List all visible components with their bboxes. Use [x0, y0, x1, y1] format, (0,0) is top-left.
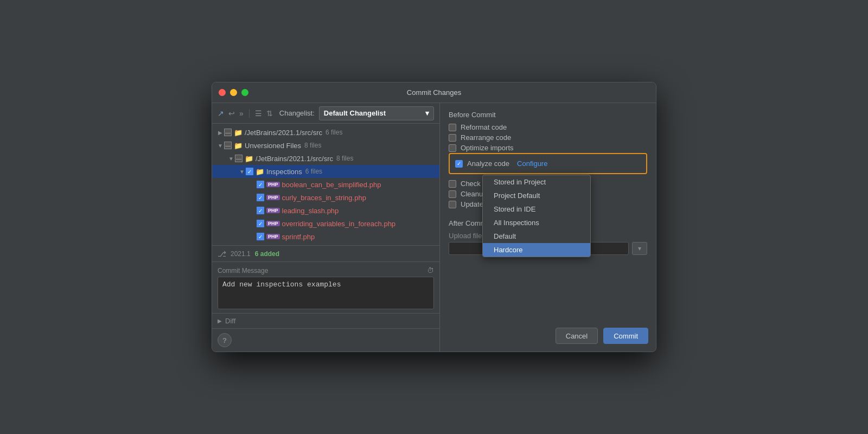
- folder-icon: 📁: [234, 142, 242, 150]
- status-bar: ⎇ 2021.1 6 added: [212, 245, 439, 261]
- reformat-checkbox[interactable]: [449, 124, 456, 131]
- left-panel: ↗ ↩ » ☰ ⇅ Changelist: Default Changelist…: [212, 103, 440, 352]
- window-controls: [219, 89, 248, 96]
- separator: [249, 109, 250, 118]
- help-button[interactable]: ?: [218, 333, 232, 347]
- before-commit-title: Before Commit: [449, 111, 647, 119]
- tree-checkbox-file5[interactable]: ✓: [257, 233, 264, 240]
- commit-message-header: Commit Message ⏱: [218, 266, 434, 275]
- tree-checkbox-file4[interactable]: ✓: [257, 220, 264, 227]
- folder-icon: 📁: [234, 129, 242, 137]
- dropdown-item-default[interactable]: Default: [483, 229, 590, 243]
- tree-item-label: Inspections: [266, 168, 302, 176]
- tree-item-file4[interactable]: ✓ PHP overriding_variables_in_foreach.ph…: [212, 217, 439, 230]
- php-badge: PHP: [266, 195, 280, 200]
- right-panel: Before Commit Reformat code Rearrange co…: [440, 103, 656, 352]
- tree-checkbox-file1[interactable]: ✓: [257, 181, 264, 188]
- diff-label: Diff: [225, 317, 235, 325]
- history-icon[interactable]: ⏱: [427, 266, 434, 275]
- option-optimize: Optimize imports: [449, 143, 647, 153]
- option-rearrange: Rearrange code: [449, 132, 647, 143]
- php-badge: PHP: [266, 208, 280, 213]
- tree-item-file5[interactable]: ✓ PHP sprintf.php: [212, 230, 439, 243]
- tree-checkbox-file3[interactable]: ✓: [257, 207, 264, 214]
- minimize-button[interactable]: [230, 89, 237, 96]
- tree-item-file2[interactable]: ✓ PHP curly_braces_in_string.php: [212, 191, 439, 204]
- check-todo-checkbox[interactable]: [449, 180, 456, 188]
- right-bottom-buttons: Cancel Commit: [548, 320, 656, 352]
- php-badge: PHP: [266, 182, 280, 187]
- diff-arrow-icon: ▶: [218, 318, 222, 324]
- tree-checkbox-file2[interactable]: ✓: [257, 194, 264, 201]
- cancel-button[interactable]: Cancel: [556, 328, 598, 344]
- diff-section[interactable]: ▶ Diff: [212, 313, 439, 328]
- option-analyze: ✓ Analyze code Configure: [455, 158, 641, 169]
- file-count: 8 files: [336, 155, 353, 162]
- analyze-dropdown-menu[interactable]: Stored in Project Project Default Stored…: [482, 175, 591, 257]
- sort-icon[interactable]: ☰: [255, 109, 262, 118]
- tree-checkbox-jetbrains-src[interactable]: —: [224, 129, 232, 136]
- upload-options-button[interactable]: ▾: [632, 242, 647, 255]
- commit-message-label: Commit Message: [218, 267, 268, 275]
- file-count: 6 files: [326, 129, 342, 136]
- analyze-checkbox[interactable]: ✓: [455, 160, 463, 168]
- tree-item-label: overriding_variables_in_foreach.php: [282, 220, 396, 228]
- close-button[interactable]: [219, 89, 226, 96]
- tree-arrow-icon: ▶: [216, 130, 224, 136]
- analyze-label: Analyze code: [467, 159, 509, 168]
- commit-message-section: Commit Message ⏱: [212, 261, 439, 313]
- tree-item-file3[interactable]: ✓ PHP leading_slash.php: [212, 204, 439, 217]
- tree-item-label: curly_braces_in_string.php: [282, 194, 366, 202]
- added-count: 6 added: [255, 250, 279, 258]
- changelist-value: Default Changelist: [324, 109, 386, 117]
- tree-item-label: Unversioned Files: [245, 142, 301, 150]
- tree-checkbox-unversioned[interactable]: —: [224, 142, 232, 149]
- analyze-code-box: ✓ Analyze code Configure Stored in Proje…: [449, 153, 647, 174]
- dialog-body: ↗ ↩ » ☰ ⇅ Changelist: Default Changelist…: [212, 103, 656, 352]
- changelist-dropdown[interactable]: Default Changelist ▾: [319, 106, 434, 120]
- dropdown-item-all-inspections[interactable]: All Inspections: [483, 216, 590, 229]
- version-text: 2021.1: [231, 250, 251, 258]
- tree-checkbox-inspections[interactable]: ✓: [246, 168, 253, 175]
- tree-item-file1[interactable]: ✓ PHP boolean_can_be_simplified.php: [212, 178, 439, 191]
- tree-item-label: sprintf.php: [282, 233, 315, 241]
- titlebar: Commit Changes: [212, 82, 656, 103]
- cleanup-checkbox[interactable]: [449, 190, 456, 198]
- commit-dialog: Commit Changes ↗ ↩ » ☰ ⇅ Changelist: Def…: [212, 82, 656, 352]
- tree-item-unversioned[interactable]: ▼ — 📁 Unversioned Files 8 files: [212, 139, 439, 152]
- dialog-title: Commit Changes: [407, 88, 461, 97]
- undo-icon[interactable]: ↩: [228, 109, 235, 118]
- sync-icon[interactable]: ↗: [218, 109, 224, 118]
- commit-message-input[interactable]: [218, 277, 434, 309]
- tree-item-jetbrains-src[interactable]: ▶ — 📁 /JetBrains/2021.1/src/src 6 files: [212, 126, 439, 139]
- maximize-button[interactable]: [241, 89, 248, 96]
- tree-checkbox-unversioned-src[interactable]: —: [235, 155, 242, 162]
- dropdown-item-project-default[interactable]: Project Default: [483, 189, 590, 202]
- changelist-label: Changelist:: [279, 109, 315, 117]
- tree-arrow-icon: ▼: [227, 156, 235, 162]
- dropdown-item-hardcore[interactable]: Hardcore: [483, 243, 590, 257]
- tree-arrow-icon: ▼: [216, 143, 224, 149]
- tree-item-inspections[interactable]: ▼ ✓ 📁 Inspections 6 files: [212, 165, 439, 178]
- tree-item-label: /JetBrains/2021.1/src/src: [256, 155, 333, 163]
- rearrange-checkbox[interactable]: [449, 134, 456, 142]
- reformat-label: Reformat code: [461, 123, 507, 131]
- folder-icon: 📁: [245, 155, 253, 163]
- file-tree[interactable]: ▶ — 📁 /JetBrains/2021.1/src/src 6 files …: [212, 124, 439, 245]
- commit-button[interactable]: Commit: [603, 328, 648, 344]
- optimize-checkbox[interactable]: [449, 144, 456, 152]
- tree-item-label: leading_slash.php: [282, 207, 339, 215]
- file-count: 6 files: [305, 168, 322, 175]
- tree-arrow-icon: ▼: [238, 169, 246, 175]
- version-icon: ⎇: [218, 250, 226, 258]
- php-badge: PHP: [266, 221, 280, 226]
- filter-icon[interactable]: ⇅: [266, 109, 273, 118]
- configure-link[interactable]: Configure: [517, 159, 547, 168]
- dropdown-item-stored-project[interactable]: Stored in Project: [483, 175, 590, 189]
- update-copyright-checkbox[interactable]: [449, 201, 456, 208]
- tree-item-unversioned-src[interactable]: ▼ — 📁 /JetBrains/2021.1/src/src 8 files: [212, 152, 439, 165]
- dropdown-item-stored-ide[interactable]: Stored in IDE: [483, 202, 590, 216]
- before-commit-section: Before Commit Reformat code Rearrange co…: [449, 111, 647, 209]
- optimize-label: Optimize imports: [461, 144, 514, 152]
- more-icon[interactable]: »: [239, 109, 244, 118]
